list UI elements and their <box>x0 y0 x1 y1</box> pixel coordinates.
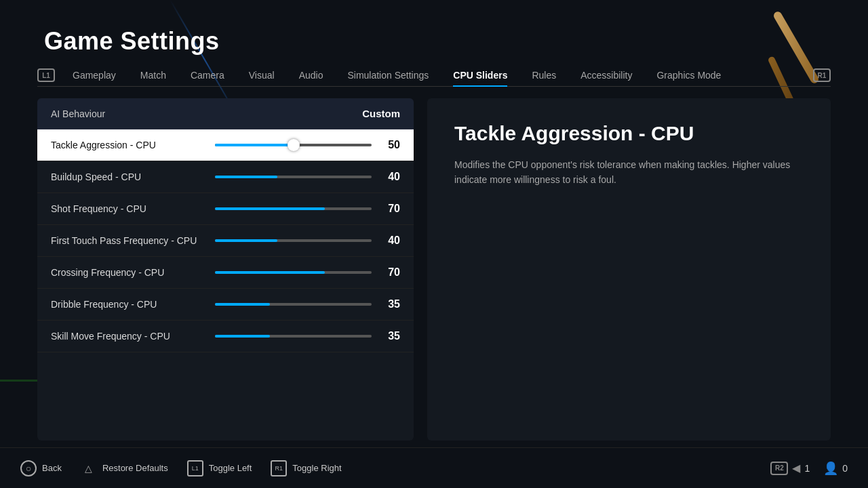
slider-track-skill-move <box>215 335 372 338</box>
slider-row-skill-move[interactable]: Skill Move Frequency - CPU35 <box>37 321 414 352</box>
footer-icon-restore-defaults: △ <box>81 460 97 476</box>
r2-badge: R2 <box>770 462 788 475</box>
r1-icon: R1 <box>813 68 831 82</box>
slider-label-dribble-frequency: Dribble Frequency - CPU <box>51 299 207 310</box>
nav-item-camera[interactable]: Camera <box>178 64 237 86</box>
slider-label-first-touch-pass: First Touch Pass Frequency - CPU <box>51 235 207 246</box>
slider-track-first-touch-pass <box>215 239 372 242</box>
slider-fill-skill-move <box>215 335 270 338</box>
slider-label-skill-move: Skill Move Frequency - CPU <box>51 331 207 342</box>
slider-fill-dribble-frequency <box>215 303 270 306</box>
detail-panel: Tackle Aggression - CPU Modifies the CPU… <box>427 98 831 441</box>
nav-item-match[interactable]: Match <box>128 64 178 86</box>
left-panel: AI Behaviour Custom Tackle Aggression - … <box>37 98 414 441</box>
footer-label-restore-defaults: Restore Defaults <box>102 463 168 473</box>
footer-label-toggle-right: Toggle Right <box>292 463 341 473</box>
slider-fill-crossing-frequency <box>215 271 325 274</box>
nav-item-accessibility[interactable]: Accessibility <box>568 64 644 86</box>
panel-header: AI Behaviour Custom <box>37 98 414 129</box>
slider-track-container-shot-frequency <box>215 207 372 210</box>
slider-label-buildup-speed: Buildup Speed - CPU <box>51 171 207 182</box>
footer-icon-toggle-left: L1 <box>187 460 203 476</box>
slider-value-buildup-speed: 40 <box>380 171 400 183</box>
slider-track-dribble-frequency <box>215 303 372 306</box>
nav-item-gameplay[interactable]: Gameplay <box>60 64 128 86</box>
slider-track-container-first-touch-pass <box>215 239 372 242</box>
slider-row-crossing-frequency[interactable]: Crossing Frequency - CPU70 <box>37 257 414 289</box>
footer-r2-item: R2 ◀ 1 <box>770 462 810 475</box>
slider-value-dribble-frequency: 35 <box>380 298 400 310</box>
footer-btn-toggle-left[interactable]: L1Toggle Left <box>187 460 252 476</box>
detail-title: Tackle Aggression - CPU <box>454 122 804 145</box>
page-title: Game Settings <box>44 27 220 56</box>
l1-icon: L1 <box>37 68 55 82</box>
slider-track-buildup-speed <box>215 176 372 178</box>
nav-item-graphics[interactable]: Graphics Mode <box>644 64 733 86</box>
person-icon: 👤 <box>823 461 838 476</box>
slider-label-shot-frequency: Shot Frequency - CPU <box>51 203 207 214</box>
nav-item-cpu-sliders[interactable]: CPU Sliders <box>441 64 519 86</box>
footer-person-item: 👤 0 <box>823 461 848 476</box>
footer-label-back: Back <box>42 463 62 473</box>
slider-value-first-touch-pass: 40 <box>380 235 400 247</box>
footer-icon-back: ○ <box>20 460 37 476</box>
r2-count: 1 <box>804 463 810 474</box>
person-count: 0 <box>842 463 848 474</box>
slider-value-shot-frequency: 70 <box>380 203 400 215</box>
slider-thumb-tackle-aggression <box>288 139 300 151</box>
detail-description: Modifies the CPU opponent's risk toleran… <box>454 157 804 188</box>
footer-buttons: ○Back△Restore DefaultsL1Toggle LeftR1Tog… <box>20 460 342 476</box>
nav-item-audio[interactable]: Audio <box>287 64 336 86</box>
slider-row-shot-frequency[interactable]: Shot Frequency - CPU70 <box>37 193 414 225</box>
slider-fill-shot-frequency <box>215 207 325 210</box>
slider-row-dribble-frequency[interactable]: Dribble Frequency - CPU35 <box>37 289 414 321</box>
slider-row-buildup-speed[interactable]: Buildup Speed - CPU40 <box>37 161 414 193</box>
slider-value-skill-move: 35 <box>380 330 400 342</box>
chevron-icon: ◀ <box>792 462 800 474</box>
footer-btn-restore-defaults[interactable]: △Restore Defaults <box>81 460 168 476</box>
footer-right: R2 ◀ 1 👤 0 <box>770 461 848 476</box>
slider-fill-tackle-aggression <box>215 144 294 146</box>
panel-header-title: AI Behaviour <box>51 108 105 119</box>
main-content: AI Behaviour Custom Tackle Aggression - … <box>37 98 831 441</box>
slider-rows-container: Tackle Aggression - CPU50Buildup Speed -… <box>37 129 414 352</box>
slider-fill-buildup-speed <box>215 176 277 178</box>
nav-item-simulation[interactable]: Simulation Settings <box>335 64 441 86</box>
slider-label-crossing-frequency: Crossing Frequency - CPU <box>51 267 207 278</box>
slider-track-container-tackle-aggression <box>215 144 372 146</box>
nav-item-rules[interactable]: Rules <box>519 64 568 86</box>
slider-value-tackle-aggression: 50 <box>380 139 400 151</box>
footer-icon-toggle-right: R1 <box>271 460 287 476</box>
nav-item-visual[interactable]: Visual <box>237 64 287 86</box>
slider-track-tackle-aggression <box>215 144 372 146</box>
slider-label-tackle-aggression: Tackle Aggression - CPU <box>51 140 207 150</box>
footer-btn-toggle-right[interactable]: R1Toggle Right <box>271 460 341 476</box>
footer: ○Back△Restore DefaultsL1Toggle LeftR1Tog… <box>0 447 868 488</box>
slider-track-container-crossing-frequency <box>215 271 372 274</box>
slider-track-container-skill-move <box>215 335 372 338</box>
slider-fill-first-touch-pass <box>215 239 277 242</box>
footer-btn-back[interactable]: ○Back <box>20 460 62 476</box>
panel-header-value: Custom <box>362 108 400 119</box>
slider-track-shot-frequency <box>215 207 372 210</box>
slider-row-first-touch-pass[interactable]: First Touch Pass Frequency - CPU40 <box>37 225 414 257</box>
slider-track-container-buildup-speed <box>215 176 372 178</box>
slider-track-crossing-frequency <box>215 271 372 274</box>
footer-label-toggle-left: Toggle Left <box>209 463 252 473</box>
navigation-bar: L1 GameplayMatchCameraVisualAudioSimulat… <box>37 64 831 87</box>
slider-row-tackle-aggression[interactable]: Tackle Aggression - CPU50 <box>37 129 414 161</box>
slider-value-crossing-frequency: 70 <box>380 266 400 279</box>
slider-track-container-dribble-frequency <box>215 303 372 306</box>
